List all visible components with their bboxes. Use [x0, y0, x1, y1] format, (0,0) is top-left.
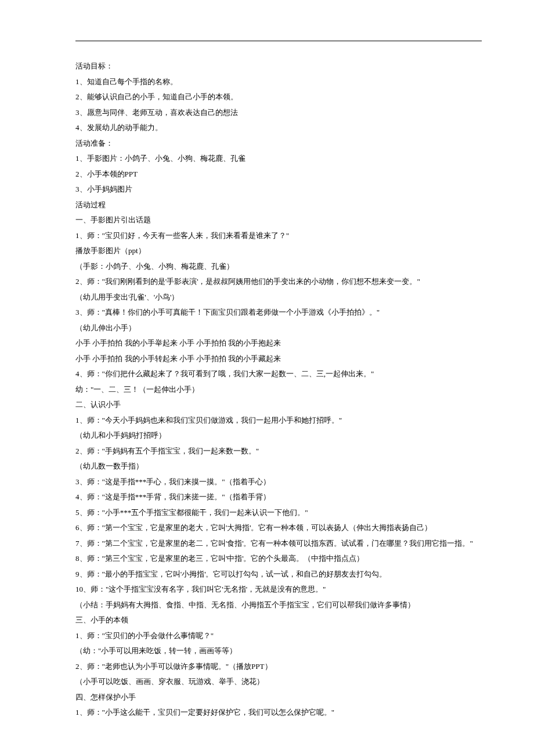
text-line: 2、师："手妈妈有五个手指宝宝，我们一起来数一数。"	[75, 444, 482, 459]
text-line: 一、手影图片引出话题	[75, 213, 482, 228]
text-line: 1、师："今天小手妈妈也来和我们宝贝们做游戏，我们一起用小手和她打招呼。"	[75, 413, 482, 429]
text-line: 9、师："最小的手指宝宝，它叫'小拇指'。它可以打勾勾，试一试，和自己的好朋友去…	[75, 567, 482, 582]
text-line: 1、知道自己每个手指的名称。	[75, 74, 482, 90]
text-line: （幼儿数一数手指）	[75, 459, 482, 474]
text-line: 四、怎样保护小手	[75, 690, 482, 705]
text-line: （手影：小鸽子、小兔、小狗、梅花鹿、孔雀）	[75, 259, 482, 275]
text-line: 5、师："小手***五个手指宝宝都很能干，我们一起来认识一下他们。"	[75, 505, 482, 521]
text-line: 2、师："老师也认为小手可以做许多事情呢。"（播放PPT）	[75, 659, 482, 675]
text-line: 活动准备：	[75, 136, 482, 152]
text-line: 3、师："这是手指***手心，我们来摸一摸。"（指着手心）	[75, 474, 482, 490]
text-line: 6、师："第一个宝宝，它是家里的老大，它叫'大拇指'。它有一种本领，可以表扬人（…	[75, 520, 482, 536]
text-line: 3、愿意与同伴、老师互动，喜欢表达自己的想法	[75, 105, 482, 121]
text-line: 4、师："你们把什么藏起来了？我可看到了哦，我们大家一起数一、二、三,一起伸出来…	[75, 366, 482, 382]
text-line: 8、师："第三个宝宝，它是家里的老三，它叫'中指'。它的个头最高。（中指中指点点…	[75, 551, 482, 567]
text-line: 活动过程	[75, 197, 482, 213]
text-line: 2、能够认识自己的小手，知道自己小手的本领。	[75, 89, 482, 105]
document-body: 活动目标：1、知道自己每个手指的名称。2、能够认识自己的小手，知道自己小手的本领…	[75, 59, 482, 721]
text-line: （幼儿用手变出'孔雀'、'小鸟'）	[75, 290, 482, 305]
text-line: 7、师："第二个宝宝，它是家里的老二，它叫'食指'。它有一种本领可以指东西。试试…	[75, 536, 482, 552]
text-line: 10、师："这个手指宝宝没有名字，我们叫它'无名指'，无就是没有的意思。"	[75, 582, 482, 597]
text-line: （幼儿伸出小手）	[75, 321, 482, 336]
text-line: 1、师："小手这么能干，宝贝们一定要好好保护它，我们可以怎么保护它呢。"	[75, 705, 482, 721]
text-line: 4、发展幼儿的动手能力。	[75, 120, 482, 136]
text-line: 1、师："宝贝们好，今天有一些客人来，我们来看看是谁来了？"	[75, 228, 482, 244]
text-line: 2、小手本领的PPT	[75, 167, 482, 182]
text-line: 4、师："这是手指***手背，我们来搓一搓。"（指着手背）	[75, 489, 482, 505]
text-line: 播放手影图片（ppt）	[75, 243, 482, 259]
text-line: 幼："一、二、三！（一起伸出小手）	[75, 382, 482, 398]
text-line: 三、小手的本领	[75, 613, 482, 628]
text-line: 3、师："真棒！你们的小手可真能干！下面宝贝们跟着老师做一个小手游戏《小手拍拍》…	[75, 305, 482, 321]
text-line: （小手可以吃饭、画画、穿衣服、玩游戏、举手、浇花）	[75, 674, 482, 690]
text-line: 二、认识小手	[75, 397, 482, 413]
text-line: （幼："小手可以用来吃饭，转一转，画画等等）	[75, 643, 482, 659]
text-line: 活动目标：	[75, 59, 482, 74]
document-page: 活动目标：1、知道自己每个手指的名称。2、能够认识自己的小手，知道自己小手的本领…	[0, 0, 534, 755]
text-line: （幼儿和小手妈妈打招呼）	[75, 428, 482, 444]
text-line: 1、手影图片：小鸽子、小兔、小狗、梅花鹿、孔雀	[75, 151, 482, 167]
text-line: 小手 小手拍拍 我的小手转起来 小手 小手拍拍 我的小手藏起来	[75, 351, 482, 367]
text-line: （小结：手妈妈有大拇指、食指、中指、无名指、小拇指五个手指宝宝，它们可以帮我们做…	[75, 597, 482, 613]
text-line: 1、师："宝贝们的小手会做什么事情呢？"	[75, 628, 482, 644]
text-line: 小手 小手拍拍 我的小手举起来 小手 小手拍拍 我的小手抱起来	[75, 336, 482, 351]
text-line: 2、师："我们刚刚看到的是'手影表演'，是叔叔阿姨用他们的手变出来的小动物，你们…	[75, 274, 482, 290]
text-line: 3、小手妈妈图片	[75, 182, 482, 197]
horizontal-rule	[75, 41, 482, 41]
